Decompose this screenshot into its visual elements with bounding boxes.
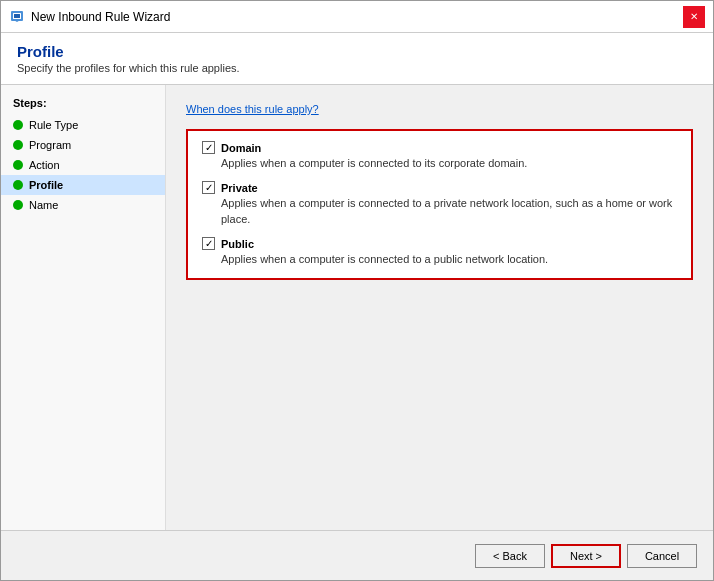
profiles-box: Domain Applies when a computer is connec… <box>186 129 693 280</box>
sidebar-item-profile[interactable]: Profile <box>1 175 165 195</box>
header-section: Profile Specify the profiles for which t… <box>1 33 713 85</box>
domain-desc: Applies when a computer is connected to … <box>221 156 677 171</box>
step-label-action: Action <box>29 159 60 171</box>
steps-label: Steps: <box>1 97 165 115</box>
public-option: Public Applies when a computer is connec… <box>202 237 677 267</box>
wizard-icon <box>9 9 25 25</box>
private-option: Private Applies when a computer is conne… <box>202 181 677 227</box>
question-text[interactable]: When does this rule apply? <box>186 103 693 115</box>
step-dot-action <box>13 160 23 170</box>
private-checkbox-row: Private <box>202 181 677 194</box>
public-checkbox[interactable] <box>202 237 215 250</box>
domain-checkbox-row: Domain <box>202 141 677 154</box>
title-bar-left: New Inbound Rule Wizard <box>9 9 170 25</box>
step-dot-program <box>13 140 23 150</box>
public-label: Public <box>221 238 254 250</box>
sidebar-item-action[interactable]: Action <box>1 155 165 175</box>
back-button[interactable]: < Back <box>475 544 545 568</box>
public-desc: Applies when a computer is connected to … <box>221 252 677 267</box>
wizard-window: New Inbound Rule Wizard ✕ Profile Specif… <box>0 0 714 581</box>
title-bar: New Inbound Rule Wizard ✕ <box>1 1 713 33</box>
cancel-button[interactable]: Cancel <box>627 544 697 568</box>
step-label-name: Name <box>29 199 58 211</box>
svg-rect-3 <box>14 14 20 18</box>
public-checkbox-row: Public <box>202 237 677 250</box>
private-checkbox[interactable] <box>202 181 215 194</box>
page-subtitle: Specify the profiles for which this rule… <box>17 62 697 74</box>
step-label-program: Program <box>29 139 71 151</box>
private-label: Private <box>221 182 258 194</box>
step-dot-name <box>13 200 23 210</box>
content-area: Steps: Rule Type Program Action Profile … <box>1 85 713 530</box>
step-label-rule-type: Rule Type <box>29 119 78 131</box>
sidebar: Steps: Rule Type Program Action Profile … <box>1 85 166 530</box>
main-area: When does this rule apply? Domain Applie… <box>166 85 713 530</box>
sidebar-item-rule-type[interactable]: Rule Type <box>1 115 165 135</box>
close-button[interactable]: ✕ <box>683 6 705 28</box>
window-title: New Inbound Rule Wizard <box>31 10 170 24</box>
next-button[interactable]: Next > <box>551 544 621 568</box>
private-desc: Applies when a computer is connected to … <box>221 196 677 227</box>
sidebar-item-program[interactable]: Program <box>1 135 165 155</box>
step-label-profile: Profile <box>29 179 63 191</box>
domain-option: Domain Applies when a computer is connec… <box>202 141 677 171</box>
step-dot-rule-type <box>13 120 23 130</box>
step-dot-profile <box>13 180 23 190</box>
sidebar-item-name[interactable]: Name <box>1 195 165 215</box>
page-title: Profile <box>17 43 697 60</box>
footer: < Back Next > Cancel <box>1 530 713 580</box>
domain-label: Domain <box>221 142 261 154</box>
domain-checkbox[interactable] <box>202 141 215 154</box>
